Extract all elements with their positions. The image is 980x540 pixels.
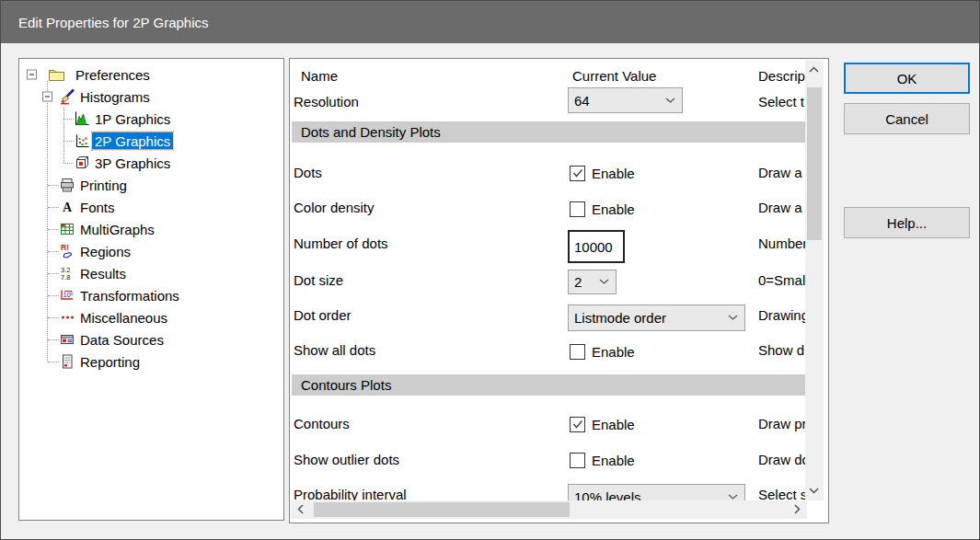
2p-graphics-icon [74, 132, 91, 149]
scroll-down-icon[interactable] [806, 483, 822, 499]
color-density-label: Color density [294, 200, 375, 215]
scroll-up-icon[interactable] [806, 62, 822, 77]
section-header-contours-plots: Contours Plots [292, 374, 805, 396]
tree-item-label: Reporting [80, 354, 140, 370]
show-all-dots-label: Show all dots [294, 342, 375, 358]
resolution-value: 64 [569, 93, 665, 109]
tree-item-reporting[interactable]: Reporting [19, 350, 283, 373]
show-outlier-dots-checkbox-label: Enable [592, 453, 635, 468]
dot-order-value: Listmode order [569, 310, 728, 326]
tree-item-label: Transformations [80, 288, 179, 304]
tree-item-label: Regions [80, 244, 131, 259]
color-density-checkbox[interactable] [570, 201, 585, 217]
color-density-checkbox-label: Enable [592, 201, 635, 217]
dot-size-label: Dot size [294, 272, 343, 288]
color-density-description: Draw a [758, 200, 802, 215]
scroll-left-icon[interactable] [293, 501, 308, 517]
tree-item-label: MultiGraphs [80, 222, 155, 237]
resolution-dropdown[interactable]: 64 [568, 87, 683, 113]
tree-item-preferences[interactable]: Preferences [19, 63, 283, 86]
column-header-value: Current Value [572, 68, 656, 84]
transformations-icon: 10⁵ [59, 287, 76, 304]
dot-order-dropdown[interactable]: Listmode order [568, 304, 745, 331]
tree-item-miscellaneous[interactable]: Miscellaneous [19, 306, 283, 328]
fonts-icon: A [59, 199, 76, 215]
dot-size-description: 0=Smal [758, 272, 805, 288]
checkmark-icon [572, 419, 583, 430]
miscellaneous-icon [59, 309, 76, 326]
tree-item-histograms[interactable]: Histograms [19, 86, 283, 108]
column-header-description: Descrip [758, 68, 805, 84]
tree-item-label: 3P Graphics [95, 155, 170, 171]
tree-item-label: 1P Graphics [95, 111, 170, 127]
svg-text:A: A [63, 201, 73, 214]
chevron-down-icon [665, 98, 682, 104]
tree-item-label: Printing [80, 178, 127, 193]
horizontal-scrollbar[interactable] [291, 500, 807, 519]
dot-size-value: 2 [569, 274, 599, 290]
multigraphs-icon [59, 221, 76, 237]
tree-item-regions[interactable]: R!Regions [19, 240, 283, 262]
svg-text:7.8: 7.8 [61, 273, 70, 281]
show-outlier-dots-description: Draw do [758, 452, 805, 467]
tree-item-label: Miscellaneous [80, 310, 167, 326]
contours-checkbox[interactable] [570, 417, 585, 432]
1p-graphics-icon [74, 110, 91, 127]
dot-order-label: Dot order [294, 307, 352, 323]
tree-item-multigraphs[interactable]: MultiGraphs [19, 218, 283, 240]
tree-item-transformations[interactable]: 10⁵Transformations [19, 284, 283, 306]
tree-item-printing[interactable]: Printing [19, 174, 283, 196]
vertical-scrollbar[interactable] [805, 60, 824, 500]
tree-item-2p-graphics[interactable]: 2P Graphics [19, 130, 283, 152]
vertical-scrollbar-thumb[interactable] [807, 87, 822, 240]
histograms-icon [59, 88, 76, 105]
dots-checkbox[interactable] [570, 166, 585, 181]
chevron-down-icon [728, 315, 744, 321]
tree-item-label: Results [80, 266, 126, 281]
expand-collapse-icon[interactable] [42, 92, 52, 102]
tree-item-label: Data Sources [80, 332, 164, 348]
help-button[interactable]: Help... [844, 207, 970, 238]
show-all-dots-description: Show d [758, 342, 804, 358]
dot-size-dropdown[interactable]: 2 [568, 270, 617, 294]
contours-description: Draw pr [758, 416, 805, 431]
tree-item-data-sources[interactable]: Data Sources [19, 328, 283, 350]
contours-checkbox-label: Enable [592, 417, 635, 432]
show-all-dots-checkbox[interactable] [570, 344, 585, 360]
tree-item-1p-graphics[interactable]: 1P Graphics [19, 108, 283, 130]
expand-collapse-icon[interactable] [27, 70, 37, 80]
tree-item-label: 2P Graphics [92, 132, 173, 150]
reporting-icon [59, 353, 76, 370]
preferences-tree: PreferencesHistograms1P Graphics2P Graph… [18, 58, 284, 521]
edit-properties-dialog: Edit Properties for 2P Graphics Preferen… [0, 0, 980, 540]
horizontal-scrollbar-thumb[interactable] [314, 502, 570, 517]
data-sources-icon [59, 331, 76, 348]
show-outlier-dots-checkbox[interactable] [570, 453, 585, 468]
svg-text:R!: R! [61, 243, 69, 252]
contours-label: Contours [294, 416, 350, 431]
tree-item-label: Histograms [80, 89, 150, 105]
resolution-label: Resolution [294, 94, 359, 109]
tree-item-results[interactable]: 3.27.8Results [19, 262, 283, 284]
tree-item-label: Preferences [75, 67, 150, 83]
tree-item-label: Fonts [80, 200, 115, 215]
scroll-right-icon[interactable] [790, 501, 805, 517]
show-outlier-dots-label: Show outlier dots [294, 452, 399, 467]
printing-icon [59, 177, 76, 193]
3p-graphics-icon [74, 155, 91, 171]
show-all-dots-checkbox-label: Enable [592, 344, 635, 360]
checkmark-icon [572, 168, 583, 178]
number-of-dots-input[interactable] [568, 230, 625, 263]
chevron-down-icon [728, 494, 744, 500]
cancel-button[interactable]: Cancel [844, 103, 970, 134]
tree-item-3p-graphics[interactable]: 3P Graphics [19, 152, 283, 174]
results-icon: 3.27.8 [59, 265, 76, 281]
dots-checkbox-label: Enable [592, 166, 635, 181]
dot-order-description: Drawing [758, 307, 805, 323]
column-header-name: Name [301, 68, 338, 84]
title-bar: Edit Properties for 2P Graphics [1, 1, 979, 43]
ok-button[interactable]: OK [844, 63, 970, 94]
window-title: Edit Properties for 2P Graphics [18, 15, 208, 30]
tree-item-fonts[interactable]: AFonts [19, 196, 283, 218]
resolution-description: Select t [758, 94, 804, 109]
